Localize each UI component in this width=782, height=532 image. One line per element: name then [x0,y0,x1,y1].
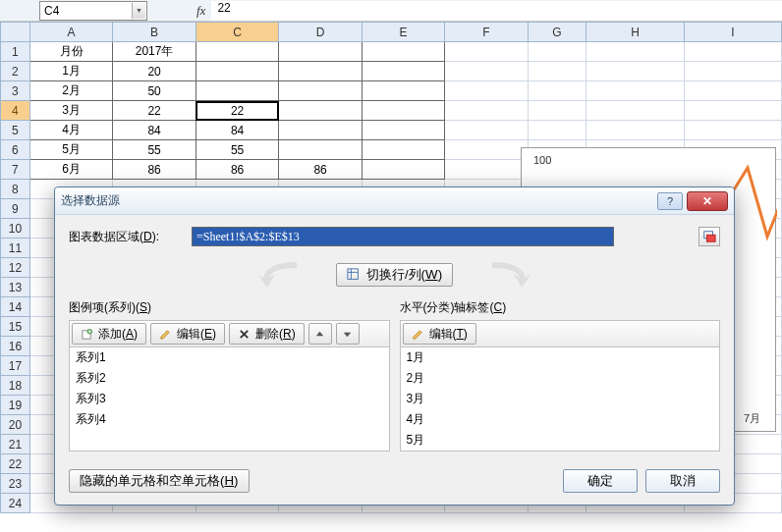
series-item[interactable]: 系列2 [70,368,389,389]
row-header-10[interactable]: 10 [1,219,30,239]
cell-C6[interactable]: 55 [196,140,278,160]
col-header-I[interactable]: I [684,23,781,42]
cell-B3[interactable]: 50 [113,81,196,101]
series-item[interactable]: 系列3 [70,389,389,409]
series-item[interactable]: 系列4 [70,409,389,430]
row-header-4[interactable]: 4 [1,101,30,121]
cell-E7[interactable] [362,160,444,180]
row-header-13[interactable]: 13 [1,278,30,297]
cell-B2[interactable]: 20 [113,62,196,81]
col-header-C[interactable]: C [196,23,278,42]
row-header-24[interactable]: 24 [1,494,30,513]
chart-data-range-input[interactable] [192,227,614,246]
row-header-17[interactable]: 17 [1,356,30,376]
cell-G4[interactable] [528,101,586,121]
cell-B5[interactable]: 84 [113,121,196,140]
series-item[interactable]: 系列1 [70,347,389,368]
cell-E1[interactable] [362,42,444,62]
cell-I3[interactable] [684,81,781,101]
category-item[interactable]: 5月 [401,430,720,451]
cell-B7[interactable]: 86 [113,160,196,180]
cell-D5[interactable] [279,121,362,140]
switch-row-column-button[interactable]: 切换行/列(W) [336,263,453,287]
cell-E6[interactable] [362,140,444,160]
category-edit-button[interactable]: 编辑(T) [403,323,476,345]
cell-E2[interactable] [362,62,444,81]
series-delete-button[interactable]: 删除(R) [229,323,305,345]
cell-D3[interactable] [279,81,362,101]
category-listbox[interactable]: 1月2月3月4月5月 [400,347,721,452]
ok-button[interactable]: 确定 [563,469,638,493]
row-header-20[interactable]: 20 [1,415,30,435]
dialog-help-button[interactable]: ? [657,192,683,210]
cell-A4[interactable]: 3月 [29,101,112,121]
category-item[interactable]: 4月 [401,409,720,430]
row-header-5[interactable]: 5 [1,121,30,140]
cell-D4[interactable] [279,101,362,121]
cell-G3[interactable] [528,81,586,101]
cell-H4[interactable] [586,101,684,121]
dialog-close-button[interactable]: ✕ [687,191,728,211]
cell-A6[interactable]: 5月 [29,140,112,160]
formula-input[interactable]: 22 [211,1,782,21]
cell-E5[interactable] [362,121,444,140]
cell-F7[interactable] [445,160,528,180]
cell-D7[interactable]: 86 [279,160,362,180]
cell-C1[interactable] [196,42,278,62]
cell-G5[interactable] [528,121,586,140]
cell-H3[interactable] [586,81,684,101]
cell-H5[interactable] [586,121,684,140]
cell-C4[interactable]: 22 [196,101,278,121]
row-header-3[interactable]: 3 [1,81,30,101]
cell-C5[interactable]: 84 [196,121,278,140]
select-all-corner[interactable] [1,23,30,42]
cancel-button[interactable]: 取消 [645,469,720,493]
name-box[interactable]: C4 ▼ [39,1,147,21]
col-header-F[interactable]: F [445,23,528,42]
cell-E4[interactable] [362,101,444,121]
cell-F4[interactable] [445,101,528,121]
cell-D1[interactable] [279,42,362,62]
cell-A1[interactable]: 月份 [29,42,112,62]
series-move-up-button[interactable] [308,323,332,345]
hidden-empty-cells-button[interactable]: 隐藏的单元格和空单元格(H) [69,469,250,493]
cell-F5[interactable] [445,121,528,140]
row-header-11[interactable]: 11 [1,239,30,258]
col-header-H[interactable]: H [586,23,684,42]
cell-E3[interactable] [362,81,444,101]
row-header-9[interactable]: 9 [1,199,30,219]
row-header-21[interactable]: 21 [1,435,30,454]
series-edit-button[interactable]: 编辑(E) [150,323,225,345]
row-header-23[interactable]: 23 [1,474,30,494]
cell-G1[interactable] [528,42,586,62]
cell-C2[interactable] [196,62,278,81]
cell-I2[interactable] [684,62,781,81]
row-header-6[interactable]: 6 [1,140,30,160]
cell-F1[interactable] [445,42,528,62]
row-header-12[interactable]: 12 [1,258,30,278]
cell-C3[interactable] [196,81,278,101]
series-listbox[interactable]: 系列1系列2系列3系列4 [69,347,390,452]
cell-I5[interactable] [684,121,781,140]
series-move-down-button[interactable] [336,323,360,345]
cell-G2[interactable] [528,62,586,81]
row-header-16[interactable]: 16 [1,337,30,356]
row-header-1[interactable]: 1 [1,42,30,62]
row-header-8[interactable]: 8 [1,180,30,199]
cell-I4[interactable] [684,101,781,121]
cell-A7[interactable]: 6月 [29,160,112,180]
category-item[interactable]: 2月 [401,368,720,389]
col-header-A[interactable]: A [29,23,112,42]
cell-F6[interactable] [445,140,528,160]
series-add-button[interactable]: 添加(A) [72,323,146,345]
cell-D2[interactable] [279,62,362,81]
row-header-22[interactable]: 22 [1,454,30,474]
row-header-15[interactable]: 15 [1,317,30,337]
cell-I1[interactable] [684,42,781,62]
fx-icon[interactable]: fx [196,3,205,19]
row-header-18[interactable]: 18 [1,376,30,396]
row-header-19[interactable]: 19 [1,396,30,415]
cell-A2[interactable]: 1月 [29,62,112,81]
row-header-14[interactable]: 14 [1,297,30,317]
cell-A3[interactable]: 2月 [29,81,112,101]
